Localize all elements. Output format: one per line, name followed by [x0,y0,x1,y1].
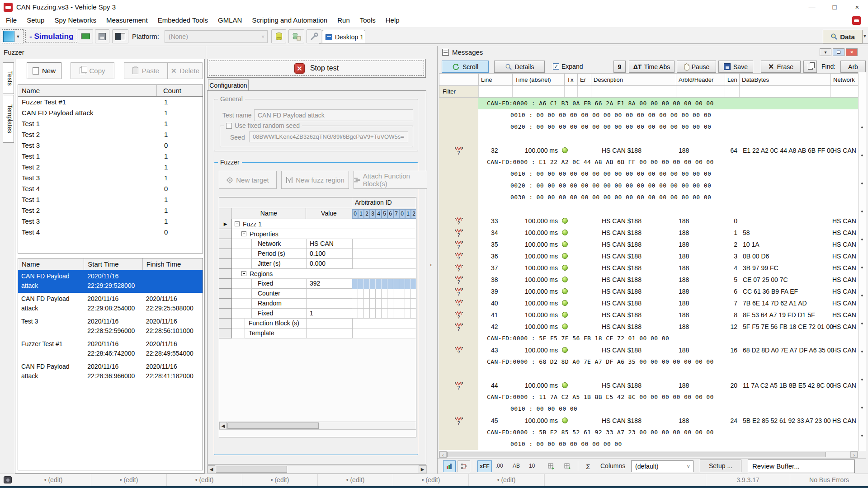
arb-bit-header[interactable]: 5 [382,209,387,219]
tests-table-header[interactable]: Name Count [18,85,203,97]
arb-bit-header[interactable]: 0 [352,209,358,219]
hex-dump-row[interactable]: CAN-FD:0000 : 5F F5 7E 56 FB 18 CE 72 01… [439,333,858,344]
simulating-status[interactable]: - Simulating [25,30,77,42]
expander-icon[interactable] [235,221,240,226]
status-edit-cell[interactable]: • (edit) [242,474,318,487]
grid-value-cell[interactable]: 1 [306,309,353,319]
hex-dump-row[interactable]: CAN-FD:0000 : 11 7A C2 A5 1B 8B E5 42 8C… [439,391,858,403]
arb-bit-cell[interactable] [387,299,393,309]
arb-bit-cell[interactable] [352,279,358,289]
copy-test-button[interactable]: Copy [71,62,114,79]
database-tools-button[interactable] [288,29,304,43]
table-row[interactable]: Test 11 [18,194,203,205]
arb-bit-cell[interactable] [387,289,393,299]
seed-field[interactable]: 08BWWfLKenc4ZB3z6zqTNG/89l/6BgcPaV9+TuVO… [249,131,408,142]
hex-dump-row[interactable]: CAN-FD:0000 : 68 D2 8D A0 7E A7 DF A6 35… [439,356,858,368]
arb-bit-cell[interactable] [411,279,416,289]
arb-bit-cell[interactable] [393,309,399,319]
tab-desktop-1[interactable]: Desktop 1 [322,30,365,44]
grid-row-network[interactable]: NetworkHS CAN [219,239,416,249]
grid-row-function-block-s-[interactable]: Function Block (s) [219,319,416,328]
scroll-button[interactable]: Scroll [442,61,489,73]
columns-select[interactable]: (default) ˅ [631,460,693,472]
attach-function-blocks-button[interactable]: Attach Function Block(s) [354,171,430,189]
arb-bit-cell[interactable] [411,309,416,319]
arb-bit-header[interactable]: 4 [376,209,382,219]
grid-row-properties[interactable]: Properties [219,229,416,239]
filter-cell[interactable] [513,86,565,97]
messages-filter-row[interactable]: Filter [439,86,859,98]
menu-item-gmlan[interactable]: GMLAN [213,14,247,26]
scroll-left-arrow[interactable]: ◀ [219,422,227,429]
table-row[interactable]: Test 21 [18,205,203,216]
graph-view-button[interactable] [443,460,456,472]
menu-item-scripting-and-automation[interactable]: Scripting and Automation [247,14,332,26]
arb-bit-cell[interactable] [376,309,382,319]
arb-bit-cell[interactable] [387,309,393,319]
filter-cell[interactable] [740,86,831,97]
arb-bit-header[interactable]: 2 [364,209,370,219]
grid-h-scrollbar[interactable]: ◀ [219,422,416,430]
arb-bit-cell[interactable] [399,299,405,309]
messages-column-headers[interactable]: LineTime (abs/rel)TxErDescriptionArbId/H… [439,73,859,86]
runs-table-header[interactable]: Name Start Time Finish Time [18,258,203,270]
col-header-description[interactable]: Description [591,74,676,85]
menu-item-embedded-tools[interactable]: Embedded Tools [153,14,213,26]
tab-configuration[interactable]: Configuration [208,80,249,91]
review-buffer-button[interactable]: Review Buffer... [748,460,855,473]
col-header-time-abs-rel-[interactable]: Time (abs/rel) [513,74,565,85]
arb-bit-cell[interactable] [376,289,382,299]
hex-dump-row[interactable]: 0010 : 00 00 00 00 00 00 00 00 [439,438,858,450]
menu-item-setup[interactable]: Setup [22,14,49,26]
close-button[interactable]: × [846,0,868,14]
grid-row-fuzz-1[interactable]: ▶Fuzz 1 [219,219,416,229]
binary-display-button[interactable]: 10 [529,463,535,469]
message-row[interactable]: ?41100.000 msHS CAN $18818888F 53 64 A7 … [439,309,858,321]
topology-button[interactable] [458,460,470,472]
table-row[interactable]: Test 11 [18,118,203,129]
arb-bit-header[interactable]: 2 [411,209,416,219]
arb-bit-cell[interactable] [387,279,393,289]
filter-cell[interactable] [565,86,578,97]
hex-dump-row[interactable]: 0020 : 00 00 00 00 00 00 00 00 00 00 00 … [439,180,858,192]
filter-cell[interactable] [725,86,740,97]
menu-item-help[interactable]: Help [381,14,405,26]
time-abs-button[interactable]: ΔT Time Abs [629,61,675,73]
filter-cell[interactable] [831,86,859,97]
col-header-tx[interactable]: Tx [565,74,578,85]
options-button[interactable] [307,29,321,43]
scroll-left-arrow[interactable]: ‹ [439,451,447,458]
grid-name-header[interactable]: Name [232,208,306,219]
message-row[interactable]: ?33100.000 msHS CAN $1881880HS CAN [439,215,858,227]
hex-dump-row[interactable]: CAN-FD:0000 : 5B E2 85 52 61 92 33 A7 23… [439,427,858,438]
messages-v-scrollbar[interactable] [858,72,866,451]
grid-row-template[interactable]: Template [219,328,416,338]
arb-bit-cell[interactable] [405,299,411,309]
table-row[interactable]: Test 30 [18,140,203,151]
expand-checkbox[interactable]: ✓ Expand [553,63,583,70]
scroll-right-arrow[interactable]: › [850,451,858,458]
message-row[interactable]: ?36100.000 msHS CAN $18818830B 00 D6HS C… [439,250,858,262]
arb-bit-header[interactable]: 0 [399,209,405,219]
arb-bit-header[interactable]: 3 [370,209,376,219]
grid-row-fixed[interactable]: Fixed1 [219,309,416,319]
test-name-field[interactable]: CAN FD Payload attack [254,109,413,121]
col-header-databytes[interactable]: DataBytes [740,74,831,85]
filter-cell[interactable] [479,86,513,97]
arb-bit-cell[interactable] [382,299,387,309]
arb-bit-cell[interactable] [399,289,405,299]
arb-bit-cell[interactable] [364,279,370,289]
message-row[interactable]: ?42100.000 msHS CAN $188188125F F5 7E 56… [439,321,858,333]
grid-value-cell[interactable] [306,289,353,299]
arb-bit-cell[interactable] [352,299,358,309]
col-header-line[interactable]: Line [479,74,513,85]
arb-bit-cell[interactable] [358,289,364,299]
filter-cell[interactable] [591,86,676,97]
message-row[interactable]: ?40100.000 msHS CAN $18818877B 6E 14 7D … [439,297,858,309]
menu-item-run[interactable]: Run [332,14,355,26]
scroll-left-arrow[interactable]: ◀ [208,465,215,473]
grid-value-cell[interactable] [306,328,353,338]
run-row[interactable]: Fuzzer Test #12020/11/16 22:28:46:742000… [18,338,203,361]
arb-bit-cell[interactable] [370,289,376,299]
arb-bit-cell[interactable] [393,279,399,289]
